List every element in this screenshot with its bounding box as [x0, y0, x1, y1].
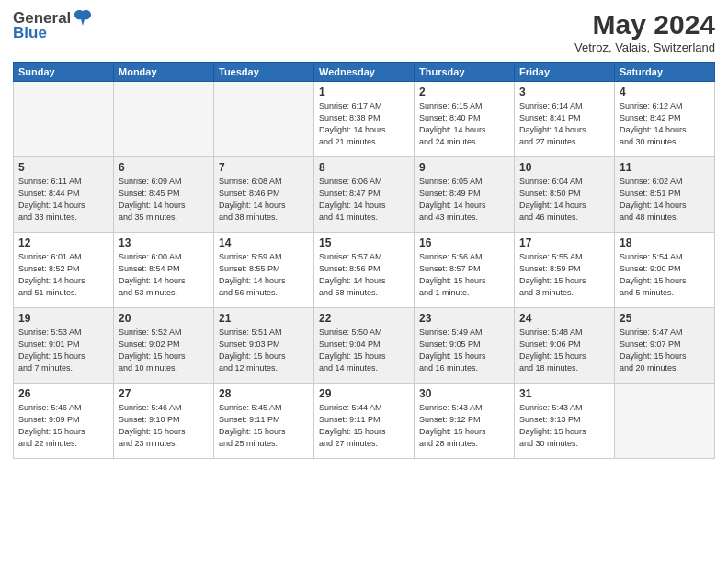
calendar-cell: 7Sunrise: 6:08 AM Sunset: 8:46 PM Daylig…	[214, 157, 314, 233]
calendar-cell: 6Sunrise: 6:09 AM Sunset: 8:45 PM Daylig…	[114, 157, 214, 233]
day-number: 5	[18, 161, 108, 174]
day-info: Sunrise: 5:44 AM Sunset: 9:11 PM Dayligh…	[319, 402, 409, 450]
calendar-cell: 11Sunrise: 6:02 AM Sunset: 8:51 PM Dayli…	[615, 157, 715, 233]
weekday-wednesday: Wednesday	[314, 63, 415, 82]
day-number: 15	[319, 236, 409, 249]
calendar-cell: 3Sunrise: 6:14 AM Sunset: 8:41 PM Daylig…	[515, 82, 615, 157]
calendar-cell: 8Sunrise: 6:06 AM Sunset: 8:47 PM Daylig…	[314, 157, 415, 233]
calendar-cell: 25Sunrise: 5:47 AM Sunset: 9:07 PM Dayli…	[615, 308, 715, 384]
weekday-saturday: Saturday	[615, 63, 715, 82]
calendar-cell: 28Sunrise: 5:45 AM Sunset: 9:11 PM Dayli…	[214, 384, 314, 459]
calendar-cell: 5Sunrise: 6:11 AM Sunset: 8:44 PM Daylig…	[14, 157, 114, 233]
day-info: Sunrise: 6:02 AM Sunset: 8:51 PM Dayligh…	[620, 176, 710, 224]
calendar-cell: 20Sunrise: 5:52 AM Sunset: 9:02 PM Dayli…	[114, 308, 214, 384]
day-info: Sunrise: 5:46 AM Sunset: 9:09 PM Dayligh…	[18, 402, 108, 450]
calendar-cell	[114, 82, 214, 157]
day-info: Sunrise: 6:11 AM Sunset: 8:44 PM Dayligh…	[18, 176, 108, 224]
calendar-cell: 29Sunrise: 5:44 AM Sunset: 9:11 PM Dayli…	[314, 384, 415, 459]
day-info: Sunrise: 5:57 AM Sunset: 8:56 PM Dayligh…	[319, 251, 409, 299]
day-number: 14	[219, 236, 309, 249]
weekday-sunday: Sunday	[14, 63, 114, 82]
calendar-cell: 12Sunrise: 6:01 AM Sunset: 8:52 PM Dayli…	[14, 233, 114, 308]
day-number: 4	[620, 86, 710, 98]
calendar-week-1: 1Sunrise: 6:17 AM Sunset: 8:38 PM Daylig…	[14, 82, 715, 157]
day-number: 13	[119, 236, 209, 249]
day-number: 25	[620, 312, 710, 325]
day-number: 18	[620, 236, 710, 249]
calendar-cell: 1Sunrise: 6:17 AM Sunset: 8:38 PM Daylig…	[314, 82, 415, 157]
calendar-cell	[14, 82, 114, 157]
day-number: 12	[18, 236, 108, 249]
day-info: Sunrise: 5:56 AM Sunset: 8:57 PM Dayligh…	[419, 251, 509, 299]
day-info: Sunrise: 6:00 AM Sunset: 8:54 PM Dayligh…	[119, 251, 209, 299]
calendar-cell: 17Sunrise: 5:55 AM Sunset: 8:59 PM Dayli…	[515, 233, 615, 308]
calendar-cell: 9Sunrise: 6:05 AM Sunset: 8:49 PM Daylig…	[415, 157, 515, 233]
calendar-cell: 13Sunrise: 6:00 AM Sunset: 8:54 PM Dayli…	[114, 233, 214, 308]
calendar-cell: 15Sunrise: 5:57 AM Sunset: 8:56 PM Dayli…	[314, 233, 415, 308]
calendar-cell: 31Sunrise: 5:43 AM Sunset: 9:13 PM Dayli…	[515, 384, 615, 459]
calendar-cell: 18Sunrise: 5:54 AM Sunset: 9:00 PM Dayli…	[615, 233, 715, 308]
day-number: 26	[18, 387, 108, 400]
day-number: 19	[18, 312, 108, 325]
day-info: Sunrise: 5:54 AM Sunset: 9:00 PM Dayligh…	[620, 251, 710, 299]
calendar-cell: 23Sunrise: 5:49 AM Sunset: 9:05 PM Dayli…	[415, 308, 515, 384]
calendar-cell: 10Sunrise: 6:04 AM Sunset: 8:50 PM Dayli…	[515, 157, 615, 233]
calendar-cell	[214, 82, 314, 157]
calendar-cell: 14Sunrise: 5:59 AM Sunset: 8:55 PM Dayli…	[214, 233, 314, 308]
weekday-thursday: Thursday	[415, 63, 515, 82]
calendar-cell: 16Sunrise: 5:56 AM Sunset: 8:57 PM Dayli…	[415, 233, 515, 308]
day-info: Sunrise: 5:45 AM Sunset: 9:11 PM Dayligh…	[219, 402, 309, 450]
day-number: 27	[119, 387, 209, 400]
logo-bird-icon	[73, 9, 93, 28]
day-info: Sunrise: 5:55 AM Sunset: 8:59 PM Dayligh…	[519, 251, 609, 299]
calendar-table: SundayMondayTuesdayWednesdayThursdayFrid…	[13, 62, 715, 459]
weekday-monday: Monday	[114, 63, 214, 82]
day-info: Sunrise: 6:09 AM Sunset: 8:45 PM Dayligh…	[119, 176, 209, 224]
location-title: Vetroz, Valais, Switzerland	[574, 40, 715, 54]
day-number: 23	[419, 312, 509, 325]
calendar-week-4: 19Sunrise: 5:53 AM Sunset: 9:01 PM Dayli…	[14, 308, 715, 384]
day-number: 16	[419, 236, 509, 249]
day-number: 2	[419, 86, 509, 98]
calendar-cell: 24Sunrise: 5:48 AM Sunset: 9:06 PM Dayli…	[515, 308, 615, 384]
day-info: Sunrise: 5:49 AM Sunset: 9:05 PM Dayligh…	[419, 327, 509, 374]
calendar-cell: 26Sunrise: 5:46 AM Sunset: 9:09 PM Dayli…	[14, 384, 114, 459]
day-number: 29	[319, 387, 409, 400]
day-number: 31	[519, 387, 609, 400]
day-number: 21	[219, 312, 309, 325]
header: General Blue May 2024 Vetroz, Valais, Sw…	[13, 9, 715, 54]
day-number: 8	[319, 161, 409, 174]
day-number: 7	[219, 161, 309, 174]
calendar-cell: 30Sunrise: 5:43 AM Sunset: 9:12 PM Dayli…	[415, 384, 515, 459]
day-number: 28	[219, 387, 309, 400]
weekday-friday: Friday	[515, 63, 615, 82]
calendar-cell: 22Sunrise: 5:50 AM Sunset: 9:04 PM Dayli…	[314, 308, 415, 384]
weekday-tuesday: Tuesday	[214, 63, 314, 82]
day-info: Sunrise: 6:15 AM Sunset: 8:40 PM Dayligh…	[419, 100, 509, 148]
calendar-cell: 2Sunrise: 6:15 AM Sunset: 8:40 PM Daylig…	[415, 82, 515, 157]
day-number: 1	[319, 86, 409, 98]
day-info: Sunrise: 5:59 AM Sunset: 8:55 PM Dayligh…	[219, 251, 309, 299]
day-info: Sunrise: 5:50 AM Sunset: 9:04 PM Dayligh…	[319, 327, 409, 374]
day-info: Sunrise: 5:48 AM Sunset: 9:06 PM Dayligh…	[519, 327, 609, 374]
weekday-header-row: SundayMondayTuesdayWednesdayThursdayFrid…	[14, 63, 715, 82]
page: General Blue May 2024 Vetroz, Valais, Sw…	[0, 0, 728, 563]
calendar-week-3: 12Sunrise: 6:01 AM Sunset: 8:52 PM Dayli…	[14, 233, 715, 308]
day-info: Sunrise: 5:53 AM Sunset: 9:01 PM Dayligh…	[18, 327, 108, 374]
calendar-cell: 27Sunrise: 5:46 AM Sunset: 9:10 PM Dayli…	[114, 384, 214, 459]
calendar-cell: 21Sunrise: 5:51 AM Sunset: 9:03 PM Dayli…	[214, 308, 314, 384]
day-info: Sunrise: 6:06 AM Sunset: 8:47 PM Dayligh…	[319, 176, 409, 224]
day-number: 3	[519, 86, 609, 98]
calendar-cell: 4Sunrise: 6:12 AM Sunset: 8:42 PM Daylig…	[615, 82, 715, 157]
day-info: Sunrise: 5:46 AM Sunset: 9:10 PM Dayligh…	[119, 402, 209, 450]
day-number: 17	[519, 236, 609, 249]
logo: General Blue	[13, 9, 93, 42]
day-info: Sunrise: 6:01 AM Sunset: 8:52 PM Dayligh…	[18, 251, 108, 299]
calendar-week-5: 26Sunrise: 5:46 AM Sunset: 9:09 PM Dayli…	[14, 384, 715, 459]
day-info: Sunrise: 5:43 AM Sunset: 9:13 PM Dayligh…	[519, 402, 609, 450]
day-info: Sunrise: 6:04 AM Sunset: 8:50 PM Dayligh…	[519, 176, 609, 224]
day-info: Sunrise: 5:52 AM Sunset: 9:02 PM Dayligh…	[119, 327, 209, 374]
day-info: Sunrise: 6:12 AM Sunset: 8:42 PM Dayligh…	[620, 100, 710, 148]
month-title: May 2024	[574, 9, 715, 40]
day-info: Sunrise: 6:17 AM Sunset: 8:38 PM Dayligh…	[319, 100, 409, 148]
